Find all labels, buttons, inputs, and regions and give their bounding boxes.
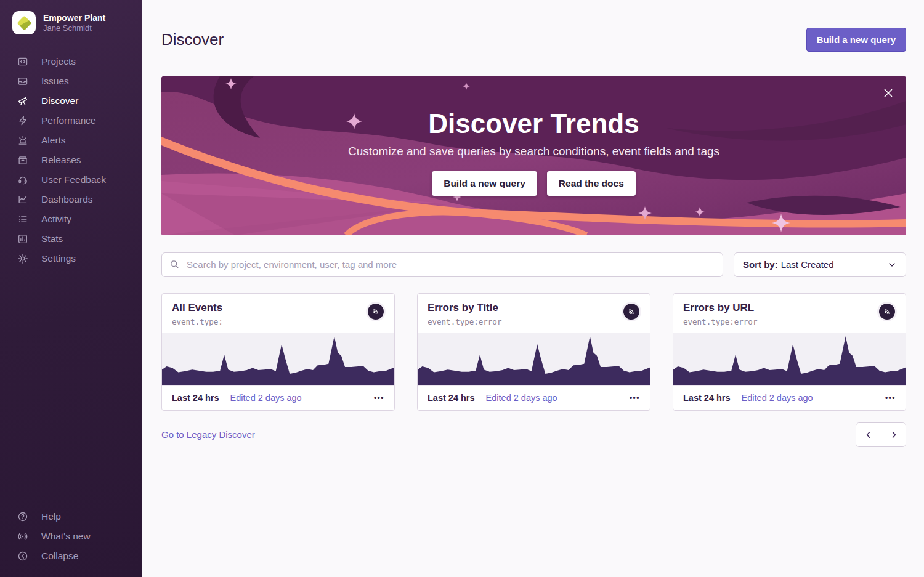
card-footer: Last 24 hrs Edited 2 days ago •••: [673, 385, 906, 410]
activity-icon: [17, 214, 28, 225]
sidebar-item-label: What's new: [41, 531, 91, 542]
page-title: Discover: [161, 30, 224, 49]
card-query: event.type:error: [428, 317, 501, 326]
sidebar-item-dashboards[interactable]: Dashboards: [0, 190, 142, 209]
banner-read-docs-button[interactable]: Read the docs: [547, 171, 636, 196]
legacy-discover-link[interactable]: Go to Legacy Discover: [161, 429, 255, 440]
card-title: Errors by URL: [683, 302, 757, 314]
user-feedback-icon: [17, 174, 28, 185]
card-query: event.type:error: [683, 317, 757, 326]
card-footer: Last 24 hrs Edited 2 days ago •••: [162, 385, 394, 410]
card-query: event.type:: [172, 317, 223, 326]
card-edited: Edited 2 days ago: [230, 393, 302, 403]
sidebar-item-label: Performance: [41, 115, 96, 126]
card-menu-icon[interactable]: •••: [374, 393, 384, 402]
search-input[interactable]: [185, 259, 715, 270]
search-box: [161, 252, 723, 277]
sentry-avatar-icon: [622, 302, 641, 321]
sidebar-item-label: Alerts: [41, 135, 66, 146]
card-footer: Last 24 hrs Edited 2 days ago •••: [418, 385, 650, 410]
sidebar-item-discover[interactable]: Discover: [0, 91, 142, 111]
sidebar-item-issues[interactable]: Issues: [0, 71, 142, 91]
sidebar-item-performance[interactable]: Performance: [0, 111, 142, 131]
card-edited: Edited 2 days ago: [742, 393, 813, 403]
card-edited: Edited 2 days ago: [486, 393, 557, 403]
sidebar-item-label: Activity: [41, 214, 71, 225]
sort-value: Last Created: [781, 259, 834, 270]
banner-buttons: Build a new query Read the docs: [432, 171, 636, 196]
page-header: Discover Build a new query: [161, 20, 906, 60]
pagination: [856, 422, 906, 447]
sidebar-item-user-feedback[interactable]: User Feedback: [0, 170, 142, 190]
query-card-errors-by-title[interactable]: Errors by Title event.type:error Last 24…: [417, 293, 650, 411]
chevron-right-icon: [888, 429, 899, 440]
card-timeframe: Last 24 hrs: [172, 393, 219, 403]
sidebar-item-label: Projects: [41, 56, 76, 67]
sidebar-item-label: User Feedback: [41, 174, 106, 185]
card-sparkline-chart: [418, 333, 650, 385]
issues-icon: [17, 76, 28, 87]
sidebar-item-label: Discover: [41, 95, 78, 107]
banner-close-button[interactable]: [879, 84, 898, 102]
card-header: Errors by URL event.type:error: [673, 294, 906, 333]
org-logo: [12, 11, 36, 34]
sidebar-primary-nav: Projects Issues Discover Performance Ale…: [0, 52, 142, 190]
discover-icon: [17, 95, 28, 107]
query-card-errors-by-url[interactable]: Errors by URL event.type:error Last 24 h…: [673, 293, 906, 411]
sidebar-item-releases[interactable]: Releases: [0, 150, 142, 170]
performance-icon: [17, 115, 28, 126]
pagination-prev-button[interactable]: [856, 423, 881, 446]
pagination-next-button[interactable]: [881, 423, 906, 446]
releases-icon: [17, 155, 28, 166]
sidebar-secondary-nav: Dashboards Activity Stats: [0, 190, 142, 249]
sidebar-item-settings[interactable]: Settings: [0, 249, 142, 268]
sidebar-item-label: Stats: [41, 233, 63, 244]
card-title: All Events: [172, 302, 223, 314]
search-icon: [169, 259, 180, 270]
sentry-avatar-icon: [366, 302, 386, 321]
sidebar-item-label: Collapse: [41, 551, 78, 562]
close-icon: [881, 86, 895, 100]
banner-subtitle: Customize and save queries by search con…: [348, 145, 719, 158]
query-card-all-events[interactable]: All Events event.type: Last 24 hrs Edite…: [161, 293, 395, 411]
alerts-icon: [17, 135, 28, 146]
sidebar-item-label: Settings: [41, 253, 76, 264]
sidebar-item-projects[interactable]: Projects: [0, 52, 142, 71]
sidebar-item-activity[interactable]: Activity: [0, 209, 142, 229]
sidebar-spacer: [0, 268, 142, 507]
org-gem-icon: [17, 15, 31, 30]
sidebar-item-label: Issues: [41, 76, 69, 87]
sidebar-item-alerts[interactable]: Alerts: [0, 131, 142, 150]
banner-content: Discover Trends Customize and save queri…: [161, 76, 906, 235]
sidebar-footer-nav: Help What's new: [0, 507, 142, 546]
card-title: Errors by Title: [428, 302, 501, 314]
org-name: Empower Plant: [43, 13, 105, 23]
sidebar-item-stats[interactable]: Stats: [0, 229, 142, 249]
sidebar-item-whats-new[interactable]: What's new: [0, 527, 142, 546]
saved-query-cards: All Events event.type: Last 24 hrs Edite…: [161, 293, 906, 411]
sidebar-item-label: Releases: [41, 155, 81, 166]
bottom-row: Go to Legacy Discover: [161, 422, 906, 447]
card-timeframe: Last 24 hrs: [428, 393, 475, 403]
org-switcher[interactable]: Empower Plant Jane Schmidt: [0, 11, 142, 34]
sidebar-collapse-nav: Collapse: [0, 546, 142, 566]
sort-dropdown[interactable]: Sort by: Last Created: [734, 252, 906, 277]
card-menu-icon[interactable]: •••: [885, 393, 896, 402]
card-header: All Events event.type:: [162, 294, 394, 333]
sort-label: Sort by:: [743, 259, 778, 270]
org-user: Jane Schmidt: [43, 23, 105, 33]
sidebar-item-label: Dashboards: [41, 194, 93, 205]
sidebar-collapse-button[interactable]: Collapse: [0, 546, 142, 566]
sidebar-item-help[interactable]: Help: [0, 507, 142, 527]
sentry-avatar-icon: [877, 302, 897, 321]
sidebar-settings-nav: Settings: [0, 249, 142, 268]
chevron-left-icon: [863, 429, 874, 440]
card-sparkline-chart: [673, 333, 906, 385]
banner-build-query-button[interactable]: Build a new query: [432, 171, 537, 196]
build-new-query-button[interactable]: Build a new query: [806, 28, 906, 52]
card-menu-icon[interactable]: •••: [630, 393, 640, 402]
chevron-down-icon: [887, 260, 897, 270]
banner-title: Discover Trends: [428, 108, 639, 139]
card-header: Errors by Title event.type:error: [418, 294, 650, 333]
projects-icon: [17, 56, 28, 67]
